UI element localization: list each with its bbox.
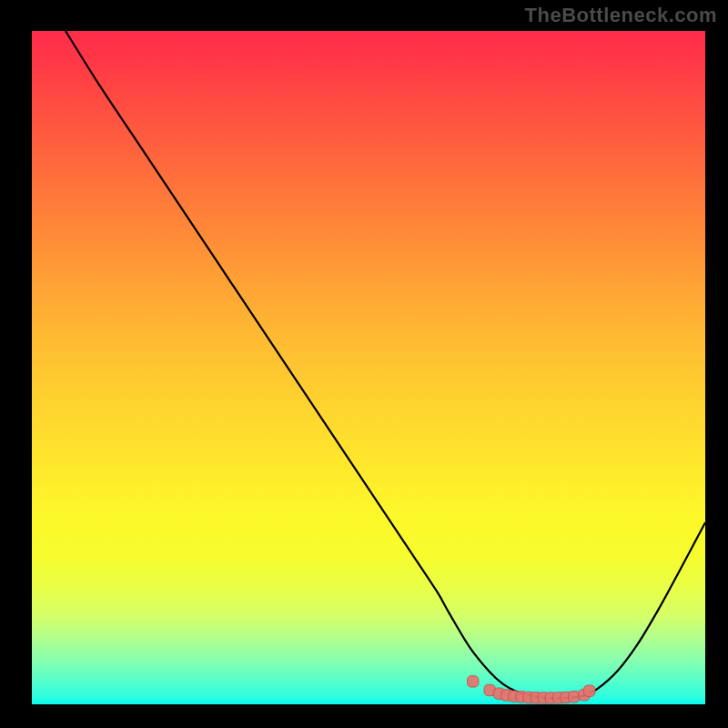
marker-point: [584, 685, 595, 696]
marker-point: [569, 692, 580, 703]
optimal-markers: [32, 31, 705, 704]
chart-frame: TheBottleneck.com: [0, 0, 728, 728]
marker-point: [468, 676, 479, 687]
plot-area: [32, 31, 705, 704]
watermark-text: TheBottleneck.com: [525, 4, 717, 27]
